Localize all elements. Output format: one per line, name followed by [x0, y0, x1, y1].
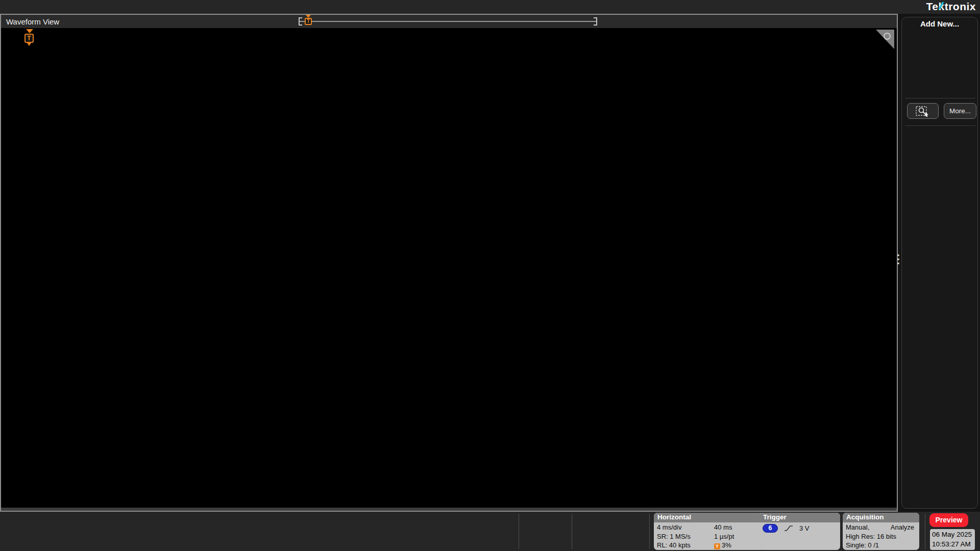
sample-rate: SR: 1 MS/s — [657, 532, 714, 541]
divider — [925, 514, 925, 549]
overview-left-bracket[interactable] — [299, 17, 302, 26]
horizontal-scale: 4 ms/div — [657, 523, 714, 532]
waveform-view-titlebar: Waveform View — [1, 15, 897, 28]
sample-period: 1 µs/pt — [714, 532, 734, 541]
trigger-panel[interactable]: Trigger 6 3 V — [760, 513, 840, 550]
horizontal-panel[interactable]: Horizontal 4 ms/div40 ms SR: 1 MS/s1 µs/… — [654, 513, 765, 550]
menu-bar: Tektronix — [0, 0, 980, 14]
sidebar: Add New... More... — [900, 14, 980, 512]
trigger-t-icon — [24, 34, 34, 43]
trigger-title: Trigger — [760, 513, 840, 522]
divider — [519, 514, 519, 549]
preview-button[interactable]: Preview — [929, 513, 968, 527]
overview-line — [300, 21, 596, 22]
trigger-source-badge: 6 — [763, 524, 778, 533]
acquisition-single: Single: 0 /1 — [846, 541, 916, 550]
acquisition-panel[interactable]: Acquisition Manual, Analyze High Res: 16… — [843, 513, 919, 550]
acquisition-analyze: Analyze — [891, 523, 914, 532]
add-new-title: Add New... — [902, 19, 977, 28]
window-bottom-edge — [1, 508, 897, 511]
datetime-box[interactable]: 06 May 2025 10:53:27 AM — [930, 529, 975, 550]
acquisition-title: Acquisition — [843, 513, 919, 522]
add-new-panel: Add New... More... — [901, 17, 978, 509]
bottom-settings-bar: Horizontal 4 ms/div40 ms SR: 1 MS/s1 µs/… — [0, 512, 980, 551]
graticule-area[interactable] — [3, 29, 896, 508]
overview-right-bracket[interactable] — [594, 17, 597, 26]
divider — [649, 514, 650, 549]
trigger-stem-icon — [27, 43, 31, 46]
tektronix-logo: Tektronix — [926, 1, 976, 13]
more-button[interactable]: More... — [944, 103, 976, 119]
sidebar-divider — [905, 98, 975, 98]
trigger-position-flag[interactable] — [24, 29, 35, 46]
acquisition-mode: Manual, — [846, 523, 869, 532]
overview-trigger-marker-icon[interactable] — [305, 18, 312, 25]
horizontal-overview-bar[interactable] — [299, 17, 597, 26]
trigger-level: 3 V — [799, 524, 810, 533]
divider — [572, 514, 572, 549]
acquisition-resolution: High Res: 16 bits — [846, 532, 916, 541]
sidebar-divider — [905, 126, 975, 126]
zoom-corner-icon[interactable] — [876, 30, 894, 49]
rising-edge-icon — [784, 524, 793, 532]
waveform-view-title: Waveform View — [6, 17, 59, 26]
zoom-select-button[interactable] — [907, 103, 939, 119]
time-label: 10:53:27 AM — [932, 539, 975, 549]
date-label: 06 May 2025 — [932, 530, 975, 539]
trigger-position-percent: 3% — [722, 541, 731, 550]
trigger-position-icon — [714, 543, 720, 549]
zoom-select-icon — [915, 106, 930, 117]
trigger-arrow-icon — [26, 29, 33, 33]
waveform-window: Waveform View — [0, 14, 898, 512]
record-length: RL: 40 kpts — [657, 541, 714, 550]
horizontal-title: Horizontal — [654, 513, 765, 522]
panel-drag-handle[interactable]: ••• — [897, 254, 900, 267]
horizontal-window: 40 ms — [714, 523, 732, 532]
